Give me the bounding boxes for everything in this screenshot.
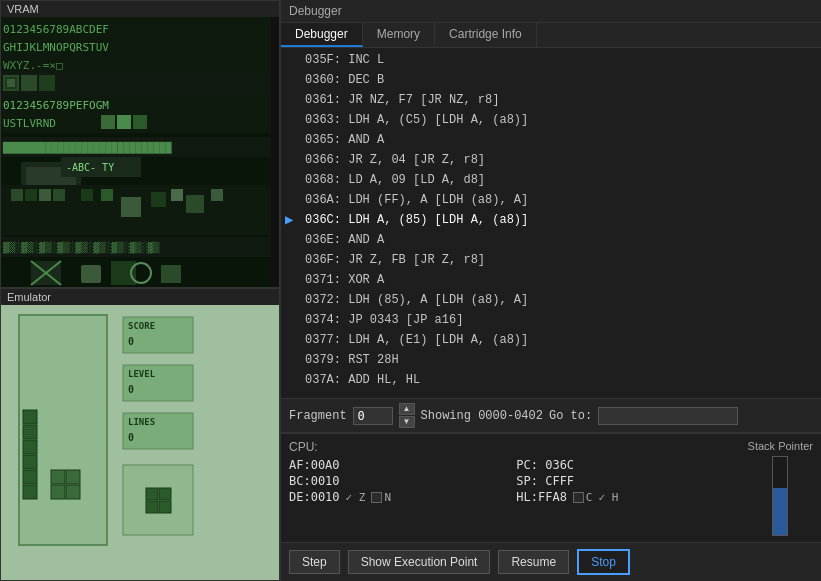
svg-text:-ABC-    TY: -ABC- TY [66,162,114,173]
svg-text:0123456789ABCDEF: 0123456789ABCDEF [3,23,109,36]
svg-rect-31 [171,189,183,201]
fragment-input[interactable] [353,407,393,425]
c-checkbox [573,492,584,503]
emulator-section: Emulator SCORE [0,288,280,581]
svg-rect-14 [133,115,147,129]
vram-svg: 0123456789ABCDEF GHIJKLMNOPQRSTUV WXYZ.-… [1,17,271,287]
emulator-title: Emulator [1,289,279,305]
tab-debugger[interactable]: Debugger [281,23,363,47]
svg-rect-65 [146,488,158,500]
svg-rect-49 [23,425,37,439]
disasm-row[interactable]: 036F: JR Z, FB [JR Z, r8] [281,250,821,270]
svg-rect-33 [211,189,223,201]
reg-de-row: DE:0010 ✓ Z N [289,490,504,504]
disasm-row[interactable]: 0363: LDH A, (C5) [LDH A, (a8)] [281,110,821,130]
disasm-row[interactable]: 0360: DEC B [281,70,821,90]
svg-rect-28 [101,189,113,201]
disasm-row[interactable]: 036E: AND A [281,230,821,250]
step-button[interactable]: Step [289,550,340,574]
svg-rect-24 [25,189,37,201]
disasm-row[interactable]: 036A: LDH (FF), A [LDH (a8), A] [281,190,821,210]
svg-rect-50 [23,410,37,424]
emulator-svg: SCORE 0 LEVEL 0 LINES 0 [1,305,271,565]
tab-memory[interactable]: Memory [363,23,435,47]
disasm-row[interactable]: 0368: LD A, 09 [LD A, d8] [281,170,821,190]
reg-pc: PC: 036C [516,458,731,472]
svg-rect-67 [146,501,158,513]
disasm-list[interactable]: 035F: INC L0360: DEC B0361: JR NZ, F7 [J… [281,48,821,398]
svg-rect-23 [11,189,23,201]
right-panel: Debugger Debugger Memory Cartridge Info … [280,0,821,581]
n-checkbox [371,492,382,503]
disasm-row[interactable]: 0374: JP 0343 [JP a16] [281,310,821,330]
svg-text:▓▒░▓▒░▓▒░▓▒░▓▒░▓▒░▓▒░▓▒░▓▒: ▓▒░▓▒░▓▒░▓▒░▓▒░▓▒░▓▒░▓▒░▓▒ [3,241,161,254]
fragment-bar: Fragment ▲ ▼ Showing 0000-0402 Go to: [281,398,821,433]
show-execution-point-button[interactable]: Show Execution Point [348,550,491,574]
svg-text:SCORE: SCORE [128,321,155,331]
disasm-row[interactable]: 0371: XOR A [281,270,821,290]
disasm-row[interactable]: 0361: JR NZ, F7 [JR NZ, r8] [281,90,821,110]
disasm-row[interactable]: 0372: LDH (85), A [LDH (a8), A] [281,290,821,310]
reg-de: DE:0010 [289,490,340,504]
reg-hl-row: HL:FFA8 C ✓ H [516,490,731,504]
svg-rect-68 [159,501,171,513]
cpu-reg-grid: AF:00A0 PC: 036C BC:0010 SP: CFFF DE:001… [289,458,732,504]
disasm-row[interactable]: 035F: INC L [281,50,821,70]
cpu-section: CPU: AF:00A0 PC: 036C BC:0010 SP: CFFF D… [281,433,821,542]
stack-bar [772,456,788,536]
vram-display: 0123456789ABCDEF GHIJKLMNOPQRSTUV WXYZ.-… [1,17,271,287]
svg-rect-53 [51,470,65,484]
h-flag: ✓ H [598,491,618,504]
svg-rect-27 [81,189,93,201]
debugger-header: Debugger [281,0,821,23]
svg-rect-7 [7,79,15,87]
reg-bc: BC:0010 [289,474,504,488]
svg-text:0: 0 [128,432,134,443]
left-panel: VRAM 0123456789ABCDEF GHIJKLMNOPQRSTUV W… [0,0,280,581]
bottom-bar: Step Show Execution Point Resume Stop [281,542,821,581]
stack-pointer-section: Stack Pointer [748,440,813,536]
disasm-row[interactable]: 0377: LDH A, (E1) [LDH A, (a8)] [281,330,821,350]
svg-rect-13 [117,115,131,129]
disasm-row[interactable]: 0366: JR Z, 04 [JR Z, r8] [281,150,821,170]
cpu-label: CPU: [289,440,732,454]
svg-text:LINES: LINES [128,417,155,427]
svg-rect-47 [23,455,37,469]
svg-text:0: 0 [128,384,134,395]
svg-rect-32 [186,195,204,213]
svg-text:LEVEL: LEVEL [128,369,156,379]
fragment-spinner: ▲ ▼ [399,403,415,428]
svg-text:GHIJKLMNOPQRSTUV: GHIJKLMNOPQRSTUV [3,41,109,54]
svg-rect-45 [23,485,37,499]
showing-label: Showing 0000-0402 [421,409,543,423]
svg-rect-26 [53,189,65,201]
svg-rect-30 [151,192,166,207]
disasm-row[interactable]: ▶036C: LDH A, (85) [LDH A, (a8)] [281,210,821,230]
disasm-row[interactable]: 037A: ADD HL, HL [281,370,821,390]
reg-af: AF:00A0 [289,458,504,472]
disasm-row[interactable]: 0379: RST 28H [281,350,821,370]
svg-rect-9 [39,75,55,91]
fragment-down-button[interactable]: ▼ [399,416,415,428]
svg-text:WXYZ.-=×□: WXYZ.-=×□ [3,59,63,72]
goto-input[interactable] [598,407,738,425]
svg-rect-52 [66,485,80,499]
svg-rect-54 [66,470,80,484]
stack-pointer-label: Stack Pointer [748,440,813,452]
svg-rect-12 [101,115,115,129]
svg-text:0123456789PEFOGM: 0123456789PEFOGM [3,99,109,112]
svg-text:USTLVRND: USTLVRND [3,117,56,130]
goto-label: Go to: [549,409,592,423]
disasm-row[interactable]: 0365: AND A [281,130,821,150]
stop-button[interactable]: Stop [577,549,630,575]
vram-title: VRAM [1,1,279,17]
c-flag: C [573,491,593,504]
tab-cartridge-info[interactable]: Cartridge Info [435,23,537,47]
svg-rect-39 [81,265,101,283]
fragment-up-button[interactable]: ▲ [399,403,415,415]
vram-section: VRAM 0123456789ABCDEF GHIJKLMNOPQRSTUV W… [0,0,280,288]
resume-button[interactable]: Resume [498,550,569,574]
svg-rect-8 [21,75,37,91]
execution-arrow-icon: ▶ [285,211,293,229]
fragment-label: Fragment [289,409,347,423]
